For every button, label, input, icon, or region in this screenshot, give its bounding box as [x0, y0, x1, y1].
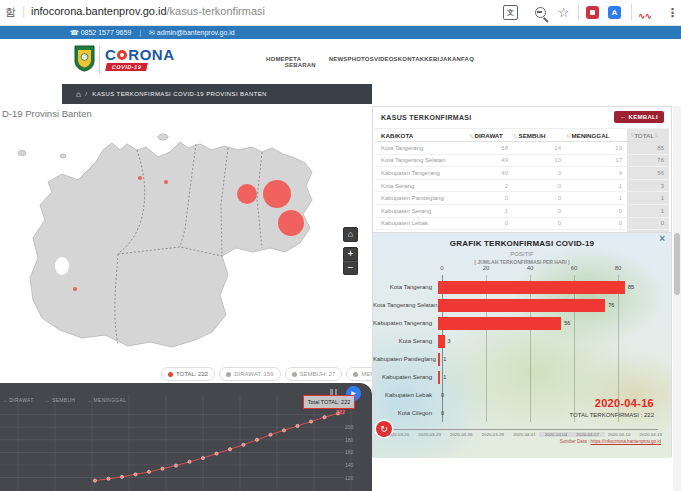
nav-item-videos[interactable]: VIDEOS: [374, 56, 398, 68]
cell-value: 14: [513, 145, 566, 151]
timeline-date[interactable]: 2020-04-13: [634, 432, 668, 437]
timeline-date[interactable]: 2020-04-04: [539, 432, 573, 437]
case-bubble[interactable]: [263, 180, 291, 208]
timeline-date[interactable]: 2020-04-10: [602, 432, 636, 437]
line-point[interactable]: [147, 470, 150, 473]
line-point[interactable]: [309, 420, 312, 423]
cell-value: 4: [566, 170, 627, 176]
column-header-dirawat[interactable]: ⇅ DIRAWAT: [469, 132, 513, 139]
nav-item-news[interactable]: NEWS: [329, 56, 348, 68]
scrollbar-track[interactable]: [673, 106, 681, 491]
line-legend-sembuh[interactable]: →SEMBUH: [45, 397, 76, 403]
bar[interactable]: [438, 371, 440, 384]
bookmark-star-icon[interactable]: ☆: [556, 5, 571, 20]
legend-pill-total[interactable]: TOTAL: 222: [161, 367, 215, 381]
column-header-total[interactable]: ⇅ TOTAL ⇅: [627, 129, 669, 141]
case-bubble[interactable]: [278, 210, 304, 236]
cell-region-name: Kabupaten Serang: [375, 208, 469, 214]
line-point[interactable]: [242, 443, 245, 446]
map-zoom-out-button[interactable]: −: [343, 261, 358, 275]
line-point[interactable]: [188, 460, 191, 463]
browser-menu-icon[interactable]: ⋮: [665, 5, 680, 20]
nav-item-home[interactable]: HOME: [266, 56, 285, 68]
line-point[interactable]: [107, 477, 110, 480]
breadcrumb-separator: /: [85, 91, 87, 97]
nav-item-faq[interactable]: FAQ: [461, 56, 474, 68]
extension-shield-icon[interactable]: [586, 6, 599, 19]
cell-value: 1: [469, 208, 513, 214]
bar-category-label: Kabupaten Pandeglang: [373, 356, 438, 362]
nav-item-photos[interactable]: PHOTOS: [348, 56, 374, 68]
site-logo[interactable]: CRONA: [105, 46, 175, 63]
timeline-date[interactable]: 2020-03-20: [381, 432, 415, 437]
y-axis-label: 140: [345, 462, 353, 468]
line-point[interactable]: [269, 433, 272, 436]
line-point[interactable]: [215, 452, 218, 455]
bar-row-kabupaten-pandeglang: Kabupaten Pandeglang1: [373, 350, 671, 368]
breadcrumb-label: KASUS TERKONFIRMASI COVID-19 PROVINSI BA…: [92, 91, 267, 97]
nav-item-peta-sebaran[interactable]: PETA SEBARAN: [285, 56, 329, 68]
line-point[interactable]: [134, 473, 137, 476]
back-arrow-icon: ←: [620, 114, 626, 120]
line-point[interactable]: [174, 464, 177, 467]
line-point[interactable]: [120, 475, 123, 478]
line-point[interactable]: [201, 456, 204, 459]
cell-value: 0: [566, 220, 627, 226]
line-point[interactable]: [93, 479, 96, 482]
case-bubble[interactable]: [164, 180, 168, 184]
cell-region-name: Kota Tangerang: [375, 145, 469, 151]
bar[interactable]: [438, 299, 605, 312]
mail-icon: ✉: [149, 29, 155, 36]
brand-logo-icon[interactable]: ∿∿: [637, 8, 652, 23]
line-point[interactable]: [323, 416, 326, 419]
line-point[interactable]: [255, 438, 258, 441]
cell-total: 56: [627, 167, 669, 179]
translate-icon[interactable]: 文: [503, 5, 518, 20]
phone-number[interactable]: 0852 1577 9659: [81, 29, 132, 36]
source-link[interactable]: https://infocorona.bantenprov.go.id: [591, 439, 661, 444]
bar[interactable]: [438, 353, 440, 366]
bar[interactable]: [438, 281, 625, 294]
column-header-sembuh[interactable]: ⇅ SEMBUH: [513, 132, 566, 139]
email-address[interactable]: admin@bantenprov.go.id: [157, 29, 235, 36]
case-bubble[interactable]: [237, 184, 257, 204]
line-point[interactable]: [296, 424, 299, 427]
bar[interactable]: [438, 335, 445, 348]
extension-translate-icon[interactable]: A: [608, 6, 621, 19]
timeline-date[interactable]: 2020-04-01: [507, 432, 541, 437]
map-zoom-in-button[interactable]: +: [343, 247, 358, 261]
home-icon[interactable]: ⌂: [76, 90, 81, 99]
line-point[interactable]: [161, 467, 164, 470]
address-bar[interactable]: infocorona.bantenprov.go.id/kasus-terkon…: [31, 5, 265, 17]
legend-pill-dirawat[interactable]: DIRAWAT: 159: [219, 367, 280, 381]
province-map[interactable]: [0, 104, 372, 383]
column-header-meninggal[interactable]: ⇅ MENINGGAL: [566, 132, 627, 139]
line-point[interactable]: [228, 448, 231, 451]
case-bubble[interactable]: [138, 176, 142, 180]
bar[interactable]: [438, 317, 561, 330]
timeline-date[interactable]: 2020-03-29: [476, 432, 510, 437]
timeline-date[interactable]: 2020-03-26: [444, 432, 478, 437]
line-point[interactable]: [282, 429, 285, 432]
timeline-date[interactable]: 2020-03-23: [413, 432, 447, 437]
back-button[interactable]: ← KEMBALI: [614, 111, 664, 123]
browser-profile-icon[interactable]: 함: [5, 5, 16, 20]
legend-pill-label: SEMBUH: 27: [300, 371, 336, 377]
logo-letter-c: C: [105, 46, 116, 63]
logo-covid-badge: COVID-19: [105, 63, 148, 71]
nav-item-kontak[interactable]: KONTAK: [398, 56, 424, 68]
column-header-kab-kota[interactable]: KAB/KOTA: [375, 132, 469, 139]
legend-pill-sembuh[interactable]: SEMBUH: 27: [285, 367, 343, 381]
case-bubble[interactable]: [73, 287, 77, 291]
cell-value: 2: [469, 183, 513, 189]
topbar-separator: |: [139, 29, 141, 36]
zoom-search-icon[interactable]: [533, 5, 548, 20]
line-legend-meninggal[interactable]: →MENINGGAL: [86, 397, 126, 403]
nav-item-kebijakan[interactable]: KEBIJAKAN: [424, 56, 461, 68]
bar-value-label: 85: [628, 284, 634, 290]
bar-value-label: 56: [564, 320, 570, 326]
line-legend-dirawat[interactable]: →DIRAWAT: [2, 397, 34, 403]
scrollbar-thumb[interactable]: [674, 233, 680, 295]
timeline-date[interactable]: 2020-04-07: [571, 432, 605, 437]
map-home-button[interactable]: ⌂: [343, 227, 358, 242]
